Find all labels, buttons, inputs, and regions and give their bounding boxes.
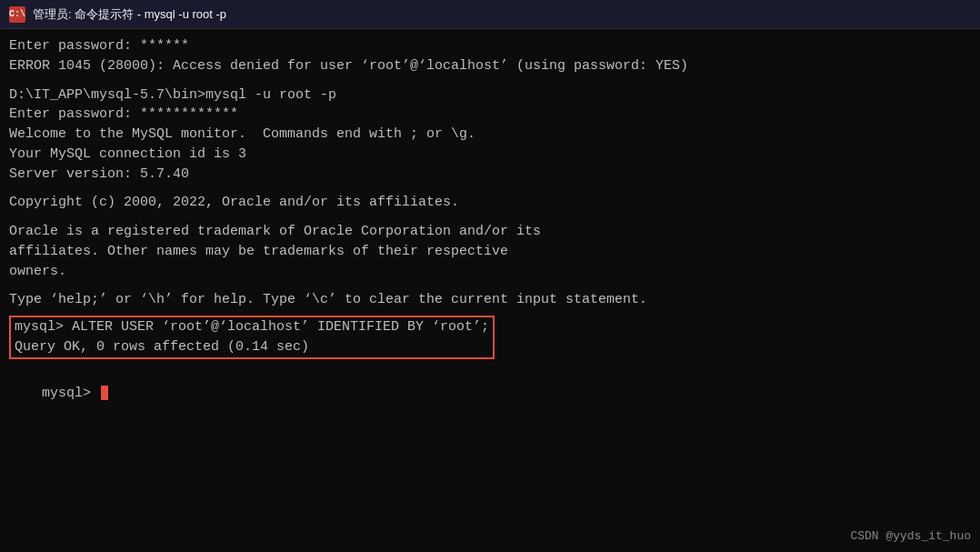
terminal-line-6: Welcome to the MySQL monitor. Commands e… xyxy=(9,125,971,145)
terminal-line-4: D:\IT_APP\mysql-5.7\bin>mysql -u root -p xyxy=(9,85,971,105)
terminal-line-13: affiliates. Other names may be trademark… xyxy=(9,242,971,262)
highlighted-block: mysql> ALTER USER ‘root’@‘localhost’ IDE… xyxy=(9,316,495,359)
terminal: Enter password: ****** ERROR 1045 (28000… xyxy=(0,29,980,552)
prompt-line: mysql> xyxy=(9,365,971,424)
cursor xyxy=(101,386,108,400)
highlighted-line-2: Query OK, 0 rows affected (0.14 sec) xyxy=(11,337,493,357)
terminal-line-7: Your MySQL connection id is 3 xyxy=(9,145,971,165)
terminal-line-10: Copyright (c) 2000, 2022, Oracle and/or … xyxy=(9,193,971,213)
highlighted-line-1: mysql> ALTER USER ‘root’@‘localhost’ IDE… xyxy=(11,317,493,337)
title-bar: C:\ 管理员: 命令提示符 - mysql -u root -p xyxy=(0,0,980,29)
terminal-line-8: Server version: 5.7.40 xyxy=(9,165,971,185)
watermark: CSDN @yyds_it_huo xyxy=(850,529,971,543)
terminal-blank-1 xyxy=(9,76,971,85)
terminal-line-14: owners. xyxy=(9,262,971,282)
terminal-line-1: Enter password: ****** xyxy=(9,36,971,56)
terminal-blank-2 xyxy=(9,184,971,193)
terminal-line-16: Type ‘help;’ or ‘\h’ for help. Type ‘\c’… xyxy=(9,290,971,310)
terminal-line-12: Oracle is a registered trademark of Orac… xyxy=(9,222,971,242)
terminal-line-2: ERROR 1045 (28000): Access denied for us… xyxy=(9,56,971,76)
title-bar-text: 管理员: 命令提示符 - mysql -u root -p xyxy=(33,6,226,23)
terminal-blank-4 xyxy=(9,281,971,290)
title-bar-icon: C:\ xyxy=(9,6,25,23)
terminal-blank-3 xyxy=(9,213,971,222)
terminal-line-5: Enter password: ************ xyxy=(9,105,971,125)
